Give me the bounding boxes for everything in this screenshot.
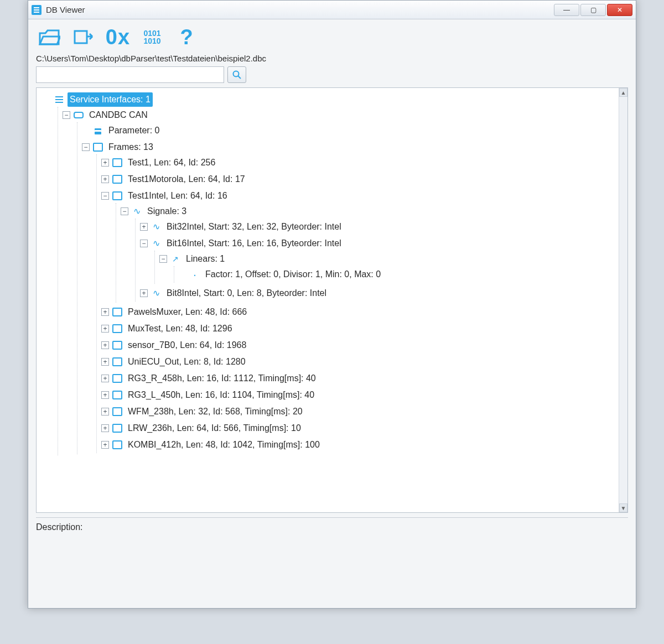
tree-expander[interactable]: + (101, 391, 109, 399)
tree-expander[interactable]: − (82, 143, 90, 151)
tree-expander[interactable]: + (140, 223, 148, 231)
tree-node-label[interactable]: WFM_238h, Len: 32, Id: 568, Timing[ms]: … (126, 404, 305, 419)
search-button[interactable] (227, 66, 246, 83)
tree-node-label[interactable]: PawelsMuxer, Len: 48, Id: 666 (126, 305, 249, 319)
tree-node-label[interactable]: KOMBI_412h, Len: 48, Id: 1042, Timing[ms… (126, 438, 322, 452)
search-row (28, 66, 636, 87)
help-button[interactable]: ? (173, 24, 200, 50)
tree-node-label[interactable]: Factor: 1, Offset: 0, Divisor: 1, Min: 0… (203, 267, 383, 282)
description-panel: Description: (36, 517, 628, 600)
tree-row[interactable]: −Signale: 3 (121, 204, 616, 219)
tree-node-label[interactable]: MuxTest, Len: 48, Id: 1296 (126, 321, 235, 336)
tree-node-label[interactable]: Service Interfaces: 1 (68, 92, 153, 107)
tree-expander (179, 271, 186, 278)
tree-row[interactable]: +Test1, Len: 64, Id: 256 (101, 155, 616, 170)
tree-row[interactable]: +LRW_236h, Len: 64, Id: 566, Timing[ms]:… (101, 421, 616, 435)
frame-icon (112, 424, 122, 433)
frame-icon (112, 440, 122, 449)
tree-node-label[interactable]: Test1Intel, Len: 64, Id: 16 (126, 189, 230, 203)
svg-rect-0 (75, 31, 87, 43)
export-button[interactable] (70, 24, 97, 50)
tree-row[interactable]: +RG3_R_458h, Len: 16, Id: 1112, Timing[m… (101, 371, 616, 386)
tree-expander (82, 127, 90, 134)
tree-expander (43, 96, 51, 103)
tree-expander[interactable]: − (159, 255, 167, 263)
tree-node-label[interactable]: RG3_L_450h, Len: 16, Id: 1104, Timing[ms… (126, 388, 317, 402)
bits-toggle-button[interactable]: 0101 1010 (139, 24, 165, 50)
tree-node-label[interactable]: Parameter: 0 (106, 123, 162, 138)
tree-row[interactable]: −Bit16Intel, Start: 16, Len: 16, Byteord… (140, 236, 616, 251)
tree-row[interactable]: −CANDBC CAN (63, 108, 616, 122)
frame-icon (112, 191, 122, 200)
tree-node-label[interactable]: Test1, Len: 64, Id: 256 (126, 155, 217, 170)
tree-row[interactable]: Factor: 1, Offset: 0, Divisor: 1, Min: 0… (179, 267, 616, 282)
titlebar: DB Viewer — ▢ ✕ (28, 1, 636, 19)
tree-node: +PawelsMuxer, Len: 48, Id: 666 (99, 304, 616, 320)
tree-node: +LRW_236h, Len: 64, Id: 566, Timing[ms]:… (99, 420, 616, 437)
tree-expander[interactable]: + (101, 325, 109, 333)
tree-expander[interactable]: + (101, 408, 109, 416)
description-label: Description: (36, 522, 82, 532)
close-button[interactable]: ✕ (607, 4, 632, 16)
tree-row[interactable]: +MuxTest, Len: 48, Id: 1296 (101, 321, 616, 336)
tree-node-label[interactable]: sensor_7B0, Len: 64, Id: 1968 (126, 338, 248, 352)
tree-expander[interactable]: − (101, 192, 109, 200)
tree-expander[interactable]: − (121, 207, 128, 215)
tree-node: +WFM_238h, Len: 32, Id: 568, Timing[ms]:… (99, 403, 616, 420)
tree-node: +sensor_7B0, Len: 64, Id: 1968 (99, 337, 616, 354)
tree-row[interactable]: +sensor_7B0, Len: 64, Id: 1968 (101, 338, 616, 352)
tree-expander[interactable]: − (140, 240, 148, 247)
tree-scrollbar[interactable]: ▲ ▼ (619, 88, 627, 512)
tree-node-label[interactable]: Frames: 13 (106, 140, 155, 154)
tree-node-label[interactable]: LRW_236h, Len: 64, Id: 566, Timing[ms]: … (126, 421, 303, 435)
tree-expander[interactable]: + (101, 375, 109, 382)
tree-node: −Frames: 13+Test1, Len: 64, Id: 256+Test… (80, 139, 616, 454)
tree-row[interactable]: +Test1Motorola, Len: 64, Id: 17 (101, 172, 616, 186)
scroll-up-button[interactable]: ▲ (619, 88, 627, 97)
tree-row[interactable]: −Frames: 13 (82, 140, 616, 154)
scroll-down-button[interactable]: ▼ (619, 503, 627, 512)
tree-row[interactable]: +UniECU_Out, Len: 8, Id: 1280 (101, 355, 616, 369)
tree-row[interactable]: +PawelsMuxer, Len: 48, Id: 666 (101, 305, 616, 319)
tree-row[interactable]: −Test1Intel, Len: 64, Id: 16 (101, 189, 616, 203)
tree-row[interactable]: Service Interfaces: 1 (43, 92, 616, 107)
tree-expander[interactable]: + (101, 308, 109, 316)
tree-node-label[interactable]: Linears: 1 (184, 252, 227, 266)
tree-row[interactable]: +Bit32Intel, Start: 32, Len: 32, Byteord… (140, 220, 616, 234)
tree-node: +Bit32Intel, Start: 32, Len: 32, Byteord… (138, 219, 616, 235)
app-icon (32, 5, 42, 15)
tree-node-label[interactable]: RG3_R_458h, Len: 16, Id: 1112, Timing[ms… (126, 371, 318, 386)
minimize-button[interactable]: — (554, 4, 579, 16)
open-file-button[interactable] (36, 24, 63, 50)
bits-row-1: 0101 (143, 29, 160, 37)
tree-expander[interactable]: + (101, 441, 109, 449)
tree-node: +UniECU_Out, Len: 8, Id: 1280 (99, 354, 616, 370)
tree-node-label[interactable]: Bit8Intel, Start: 0, Len: 8, Byteorder: … (164, 286, 329, 300)
hex-toggle-button[interactable]: 0x (105, 24, 131, 50)
tree-expander[interactable]: + (101, 159, 109, 167)
tree-node-label[interactable]: Test1Motorola, Len: 64, Id: 17 (126, 172, 247, 186)
tree-row[interactable]: Parameter: 0 (82, 123, 616, 138)
tree-row[interactable]: +KOMBI_412h, Len: 48, Id: 1042, Timing[m… (101, 438, 616, 452)
tree-expander[interactable]: + (140, 289, 148, 297)
tree-scroll[interactable]: Service Interfaces: 1−CANDBC CANParamete… (37, 88, 619, 512)
tree-node-label[interactable]: UniECU_Out, Len: 8, Id: 1280 (126, 355, 248, 369)
tree-node-label[interactable]: CANDBC CAN (87, 108, 150, 122)
signal-icon (151, 239, 161, 248)
tree-row[interactable]: +RG3_L_450h, Len: 16, Id: 1104, Timing[m… (101, 388, 616, 402)
tree-row[interactable]: −Linears: 1 (159, 252, 616, 266)
tree-node: −CANDBC CANParameter: 0−Frames: 13+Test1… (60, 107, 616, 455)
frame-icon (93, 143, 103, 152)
tree-expander[interactable]: + (101, 424, 109, 432)
tree-node-label[interactable]: Bit16Intel, Start: 16, Len: 16, Byteorde… (164, 236, 344, 251)
tree-row[interactable]: +WFM_238h, Len: 32, Id: 568, Timing[ms]:… (101, 404, 616, 419)
tree-row[interactable]: +Bit8Intel, Start: 0, Len: 8, Byteorder:… (140, 286, 616, 300)
tree-expander[interactable]: + (101, 175, 109, 183)
tree-expander[interactable]: + (101, 341, 109, 349)
tree-expander[interactable]: + (101, 358, 109, 366)
search-input[interactable] (36, 66, 224, 83)
tree-node-label[interactable]: Signale: 3 (145, 204, 189, 219)
tree-node-label[interactable]: Bit32Intel, Start: 32, Len: 32, Byteorde… (164, 220, 344, 234)
tree-expander[interactable]: − (63, 111, 70, 119)
maximize-button[interactable]: ▢ (580, 4, 606, 16)
